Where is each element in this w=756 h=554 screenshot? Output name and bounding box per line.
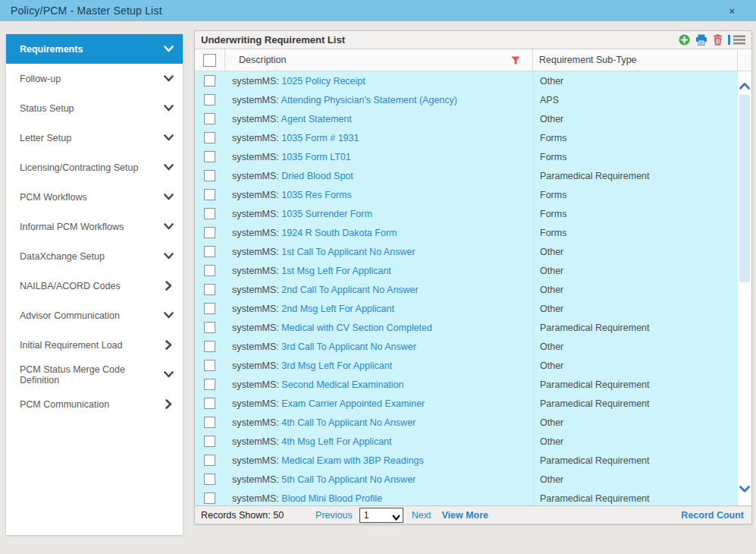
sidebar-item-nailba-acord-codes[interactable]: NAILBA/ACORD Codes [6,271,183,301]
row-description-cell: systemMS: 1035 Form # 1931 [224,133,533,143]
chevron-down-icon [164,194,174,200]
row-description-link[interactable]: 1035 Surrender Form [281,209,372,219]
row-checkbox[interactable] [204,341,215,352]
row-description-link[interactable]: Dried Blood Spot [281,171,353,181]
row-description-link[interactable]: Medical with CV Section Completed [281,323,432,333]
row-checkbox[interactable] [204,132,215,143]
row-checkbox[interactable] [204,208,215,219]
sidebar-item-dataxchange-setup[interactable]: DataXchange Setup [6,241,183,271]
row-checkbox[interactable] [204,398,215,409]
vertical-scrollbar[interactable] [738,71,751,505]
row-description-link[interactable]: 1st Msg Left For Applicant [281,266,391,276]
row-checkbox[interactable] [204,379,215,390]
row-check-cell [195,208,224,219]
row-checkbox[interactable] [204,246,215,257]
delete-icon[interactable] [713,34,723,46]
filter-funnel-icon[interactable] [511,56,520,65]
print-icon[interactable] [695,34,707,46]
sidebar-item-pcm-communication[interactable]: PCM Communication [6,389,183,419]
view-more-link[interactable]: View More [441,510,488,521]
row-description-link[interactable]: 1924 R South Dakota Form [281,228,397,238]
row-description-link[interactable]: Attending Physician's Statement (Agency) [281,95,457,105]
row-description-link[interactable]: 2nd Call To Applicant No Answer [281,285,418,295]
scroll-up-icon[interactable] [739,79,750,93]
row-checkbox[interactable] [204,189,215,200]
chevron-right-icon [165,399,172,409]
column-header-description[interactable]: Description [225,49,533,71]
row-checkbox[interactable] [204,303,215,314]
row-prefix: systemMS: [232,417,281,428]
row-description-link[interactable]: Medical Exam with 3BP Readings [281,455,423,466]
row-subtype: Other [533,356,738,375]
table-row: systemMS: 1025 Policy Receipt Other [195,71,738,90]
scroll-down-icon[interactable] [739,482,750,496]
row-checkbox[interactable] [204,75,215,87]
row-description-cell: systemMS: 1st Call To Applicant No Answe… [224,247,533,257]
sidebar-item-pcm-status-merge-code-definition[interactable]: PCM Status Merge Code Definition [6,360,183,389]
record-count-link[interactable]: Record Count [681,510,744,521]
sidebar-item-label: Initial Requirement Load [20,340,164,351]
records-shown: Records Shown: 50 [201,510,284,521]
row-description-link[interactable]: 1st Call To Applicant No Answer [281,247,415,257]
add-icon[interactable] [679,34,690,46]
row-checkbox[interactable] [204,360,215,371]
sidebar-item-label: PCM Communication [20,399,164,410]
row-prefix: systemMS: [232,171,281,181]
row-description-link[interactable]: Blood Mini Blood Profile [281,493,382,504]
row-checkbox[interactable] [204,113,215,124]
table-row: systemMS: 1st Msg Left For Applicant Oth… [195,261,738,280]
sidebar-item-initial-requirement-load[interactable]: Initial Requirement Load [6,330,183,360]
row-checkbox[interactable] [204,417,215,428]
previous-link[interactable]: Previous [315,510,353,521]
row-prefix: systemMS: [232,114,281,124]
row-checkbox[interactable] [204,170,215,181]
row-checkbox[interactable] [204,474,215,485]
row-subtype: Other [533,337,738,356]
row-description-link[interactable]: 4th Msg Left For Applicant [281,436,391,447]
records-shown-value: 50 [273,510,284,521]
row-description-link[interactable]: 3rd Call To Applicant No Answer [281,342,416,352]
row-checkbox[interactable] [204,94,215,105]
row-description-link[interactable]: 2nd Msg Left For Applicant [281,304,394,314]
sidebar-item-follow-up[interactable]: Follow-up [6,64,183,93]
row-description-link[interactable]: 1035 Res Forms [281,190,351,200]
row-checkbox[interactable] [204,322,215,333]
chevron-down-icon [164,371,174,378]
row-check-cell [195,455,224,466]
row-checkbox[interactable] [204,493,215,504]
row-description-link[interactable]: 5th Call To Applicant No Answer [281,474,416,485]
next-link[interactable]: Next [412,510,431,521]
column-header-subtype[interactable]: Requirement Sub-Type [533,49,738,71]
sidebar-item-status-setup[interactable]: Status Setup [6,93,183,123]
row-description-cell: systemMS: 1st Msg Left For Applicant [224,266,533,276]
row-description-link[interactable]: 1025 Policy Receipt [281,76,365,87]
sidebar-item-label: PCM Workflows [20,192,164,203]
sidebar-item-requirements[interactable]: Requirements [6,34,183,64]
row-subtype: Paramedical Requirement [533,489,738,505]
row-checkbox[interactable] [204,436,215,447]
sidebar-item-advisor-communication[interactable]: Advisor Communication [6,301,183,330]
row-checkbox[interactable] [204,265,215,276]
menu-icon[interactable] [728,35,746,45]
sidebar-item-informal-pcm-workflows[interactable]: Informal PCM Workflows [6,212,183,241]
row-description-link[interactable]: Second Medical Examination [281,379,403,390]
row-description-link[interactable]: 3rd Msg Left For Applicant [281,360,392,371]
sidebar-item-licensing-contracting-setup[interactable]: Licensing/Contracting Setup [6,153,183,182]
row-description-link[interactable]: 4th Call To Applicant No Answer [281,417,416,428]
row-checkbox[interactable] [204,151,215,162]
close-icon[interactable]: × [729,0,735,21]
row-checkbox[interactable] [204,455,215,466]
select-all-checkbox[interactable] [203,54,216,67]
row-description-link[interactable]: 1035 Form # 1931 [281,133,359,143]
row-description-link[interactable]: 1035 Form LT01 [281,152,350,162]
page-select[interactable]: 1 [359,508,403,523]
sidebar-item-letter-setup[interactable]: Letter Setup [6,123,183,153]
row-description-link[interactable]: Agent Statement [281,114,352,124]
row-checkbox[interactable] [204,284,215,295]
row-description-link[interactable]: Exam Carrier Appointed Examiner [281,398,425,409]
row-checkbox[interactable] [204,227,215,238]
row-prefix: systemMS: [232,323,281,333]
sidebar-item-pcm-workflows[interactable]: PCM Workflows [6,182,183,212]
scrollbar-thumb[interactable] [739,95,750,282]
window-titlebar: Policy/PCM - Master Setup List × [0,0,756,21]
